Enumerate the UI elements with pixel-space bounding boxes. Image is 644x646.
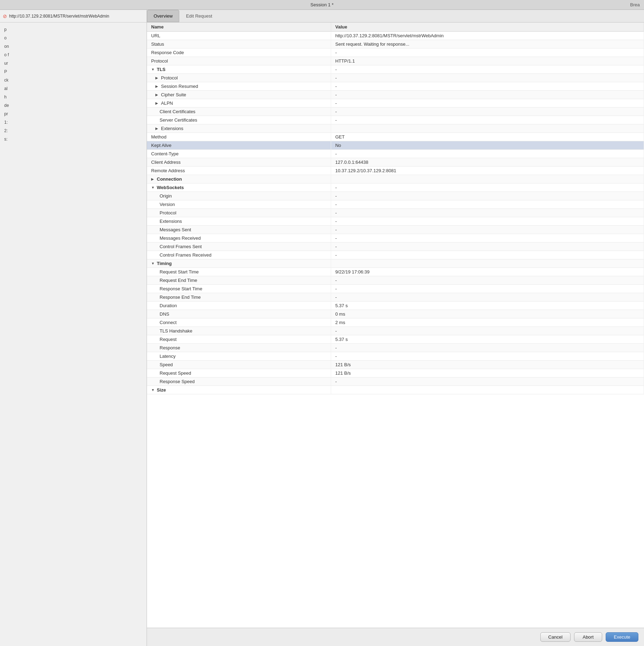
table-row[interactable]: Control Frames Received- [147, 251, 644, 259]
table-row[interactable]: Request End Time- [147, 276, 644, 285]
cell-name-label: Messages Received [160, 235, 201, 241]
list-item[interactable]: ck [0, 76, 147, 84]
table-cell-value: HTTP/1.1 [331, 57, 644, 65]
table-row[interactable]: Kept AliveNo [147, 141, 644, 150]
table-cell-name: Version [147, 200, 331, 209]
expand-icon[interactable] [151, 388, 155, 392]
table-row[interactable]: Duration5.37 s [147, 302, 644, 310]
table-row[interactable]: Extensions- [147, 217, 644, 226]
sidebar-content[interactable]: p o on o f ur P ck al h de pr 1: 2: s: [0, 22, 147, 646]
list-item[interactable]: de [0, 101, 147, 110]
table-cell-value: - [331, 276, 644, 285]
table-row[interactable]: Messages Sent- [147, 226, 644, 234]
table-cell-value: No [331, 141, 644, 150]
table-row[interactable]: Connection [147, 175, 644, 183]
cell-name-label: Request Start Time [160, 269, 199, 274]
table-row[interactable]: Origin- [147, 192, 644, 200]
table-row[interactable]: Latency- [147, 352, 644, 361]
table-row[interactable]: Client Certificates- [147, 108, 644, 116]
table-row[interactable]: Connect2 ms [147, 318, 644, 327]
table-row[interactable]: WebSockets- [147, 183, 644, 192]
table-row[interactable]: MethodGET [147, 133, 644, 141]
sidebar-url-text: http://10.37.129.2:8081/MSTR/servlet/mst… [9, 14, 109, 19]
list-item[interactable]: o [0, 34, 147, 42]
table-cell-name: Origin [147, 192, 331, 200]
table-row[interactable]: Request5.37 s [147, 335, 644, 344]
tab-overview[interactable]: Overview [147, 10, 179, 22]
table-row[interactable]: Control Frames Sent- [147, 243, 644, 251]
table-row[interactable]: Response End Time- [147, 293, 644, 302]
table-row[interactable]: Extensions [147, 124, 644, 133]
cell-name-label: Response Speed [160, 379, 195, 384]
table-row[interactable]: Protocol- [147, 74, 644, 82]
list-item[interactable]: s: [0, 135, 147, 143]
table-cell-name: Latency [147, 352, 331, 361]
table-row[interactable]: TLS- [147, 65, 644, 74]
expand-icon[interactable] [151, 67, 155, 71]
table-row[interactable]: DNS0 ms [147, 310, 644, 318]
table-cell-name: ALPN [147, 99, 331, 108]
table-row[interactable]: Remote Address10.37.129.2/10.37.129.2:80… [147, 167, 644, 175]
table-cell-value: - [331, 192, 644, 200]
table-cell-value: - [331, 200, 644, 209]
table-row[interactable]: Response Code- [147, 49, 644, 57]
table-row[interactable]: Content-Type- [147, 150, 644, 158]
list-item[interactable]: 1: [0, 118, 147, 127]
collapse-icon[interactable] [155, 101, 160, 105]
table-row[interactable]: StatusSent request. Waiting for response… [147, 40, 644, 49]
collapse-icon[interactable] [155, 93, 160, 97]
list-item[interactable]: h [0, 93, 147, 101]
table-row[interactable]: Response- [147, 344, 644, 352]
table-row[interactable]: Response Speed- [147, 377, 644, 386]
table-row[interactable]: Server Certificates- [147, 116, 644, 124]
table-row[interactable]: Cipher Suite- [147, 91, 644, 99]
table-row[interactable]: Session Resumed- [147, 82, 644, 91]
collapse-icon[interactable] [155, 76, 160, 80]
table-row[interactable]: Speed121 B/s [147, 361, 644, 369]
cell-name-label: Method [151, 134, 166, 140]
table-cell-value: - [331, 91, 644, 99]
table-cell-name: Server Certificates [147, 116, 331, 124]
table-row[interactable]: Request Start Time9/22/19 17:06:39 [147, 268, 644, 276]
table-cell-name: Control Frames Received [147, 251, 331, 259]
cell-name-label: Request [160, 337, 176, 342]
collapse-icon[interactable] [155, 84, 160, 88]
cancel-button[interactable]: Cancel [540, 632, 571, 642]
list-item[interactable]: al [0, 84, 147, 93]
list-item[interactable]: 2: [0, 127, 147, 135]
table-row[interactable]: Size [147, 386, 644, 394]
table-cell-value: - [331, 150, 644, 158]
table-cell-value: - [331, 209, 644, 217]
table-row[interactable]: URLhttp://10.37.129.2:8081/MSTR/servlet/… [147, 32, 644, 40]
list-item[interactable]: o f [0, 51, 147, 59]
table-row[interactable]: ALPN- [147, 99, 644, 108]
list-item[interactable]: ur [0, 59, 147, 67]
list-item[interactable]: on [0, 42, 147, 51]
tab-edit-request[interactable]: Edit Request [179, 10, 219, 22]
data-table[interactable]: Name Value URLhttp://10.37.129.2:8081/MS… [147, 22, 644, 628]
table-row[interactable]: Timing [147, 259, 644, 268]
table-row[interactable]: Version- [147, 200, 644, 209]
execute-button[interactable]: Execute [606, 632, 638, 642]
cell-name-label: Session Resumed [161, 84, 198, 89]
expand-icon[interactable] [151, 186, 155, 189]
table-header-row: Name Value [147, 22, 644, 32]
table-row[interactable]: Messages Received- [147, 234, 644, 243]
cell-name-label: ALPN [161, 101, 173, 106]
list-item[interactable]: P [0, 67, 147, 76]
expand-icon[interactable] [151, 261, 155, 265]
collapse-icon[interactable] [155, 127, 160, 130]
table-row[interactable]: Response Start Time- [147, 285, 644, 293]
table-row[interactable]: TLS Handshake- [147, 327, 644, 335]
table-row[interactable]: Protocol- [147, 209, 644, 217]
table-row[interactable]: ProtocolHTTP/1.1 [147, 57, 644, 65]
list-item[interactable]: p [0, 25, 147, 34]
table-row[interactable]: Request Speed121 B/s [147, 369, 644, 377]
table-row[interactable]: Client Address127.0.0.1:64438 [147, 158, 644, 167]
cell-name-label: URL [151, 33, 160, 38]
list-item[interactable]: pr [0, 110, 147, 118]
abort-button[interactable]: Abort [574, 632, 602, 642]
error-icon: ⊘ [3, 13, 7, 19]
collapse-icon[interactable] [151, 177, 155, 181]
cell-name-label: Control Frames Sent [160, 244, 202, 249]
